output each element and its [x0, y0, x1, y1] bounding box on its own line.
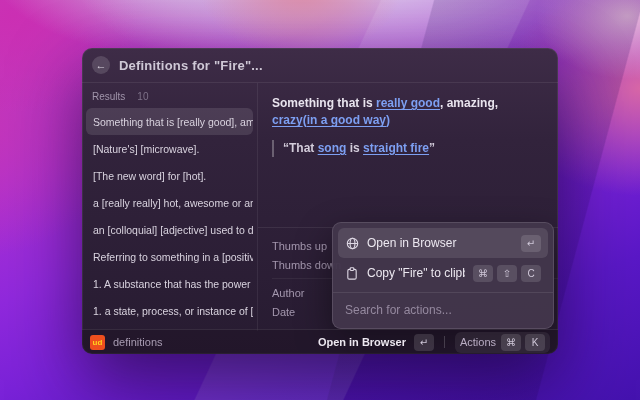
inline-text: , amazing,	[440, 96, 498, 110]
inline-text: Something that is	[272, 96, 376, 110]
primary-action-button[interactable]: Open in Browser	[318, 336, 406, 348]
definition-text: Something that is really good, amazing, …	[272, 95, 544, 130]
result-list-item[interactable]: 1. a state, process, or instance of [co…	[86, 297, 253, 324]
back-button[interactable]: ←	[92, 56, 110, 74]
result-list-item[interactable]: Something that is [really good], ama…	[86, 108, 253, 135]
clipboard-icon	[345, 266, 359, 280]
action-item-label: Copy "Fire" to clipboard	[367, 266, 465, 280]
key-badge: C	[521, 265, 541, 282]
inline-text: is	[346, 141, 363, 155]
example-quote: “That song is straight fire”	[272, 140, 544, 157]
inline-link[interactable]: crazy	[272, 113, 303, 127]
action-search-input[interactable]	[338, 297, 548, 323]
key-badge: ⇧	[497, 265, 517, 282]
inline-text: “That	[283, 141, 318, 155]
result-list-item[interactable]: [The new word] for [hot].	[86, 162, 253, 189]
result-list-item[interactable]: [Nature's] [microwave].	[86, 135, 253, 162]
action-item-keys: ↵	[521, 235, 541, 252]
action-panel: Open in Browser↵Copy "Fire" to clipboard…	[332, 222, 554, 329]
action-item[interactable]: Open in Browser↵	[338, 228, 548, 258]
result-list-item[interactable]: a [really really] hot, awesome or ama…	[86, 189, 253, 216]
footer-bar: ud definitions Open in Browser ↵ Actions…	[82, 329, 558, 354]
key-badge: ⌘	[501, 334, 521, 351]
inline-link[interactable]: in a good way	[307, 113, 386, 127]
results-panel: Results 10 Something that is [really goo…	[82, 83, 258, 331]
command-label: definitions	[113, 336, 310, 348]
action-item-keys: ⌘⇧C	[473, 265, 541, 282]
results-label: Results	[92, 91, 125, 102]
action-items: Open in Browser↵Copy "Fire" to clipboard…	[338, 228, 548, 288]
result-list-item[interactable]: an [colloquial] [adjective] used to de…	[86, 216, 253, 243]
key-badge: ⌘	[473, 265, 493, 282]
inline-link[interactable]: song	[318, 141, 347, 155]
return-key-badge: ↵	[414, 334, 434, 351]
action-item-label: Open in Browser	[367, 236, 513, 250]
result-list-item[interactable]: 1. A substance that has the power t…	[86, 270, 253, 297]
key-badge: ↵	[521, 235, 541, 252]
results-header: Results 10	[86, 89, 253, 108]
actions-label: Actions	[460, 336, 496, 348]
urban-dictionary-icon: ud	[90, 335, 105, 350]
footer-divider	[444, 336, 445, 348]
action-panel-divider	[333, 292, 553, 293]
inline-link[interactable]: straight fire	[363, 141, 429, 155]
inline-text: ”	[429, 141, 435, 155]
actions-button[interactable]: Actions ⌘K	[455, 332, 550, 353]
key-badge: K	[525, 334, 545, 351]
actions-key-badges: ⌘K	[501, 334, 545, 351]
globe-icon	[345, 236, 359, 250]
results-count: 10	[137, 91, 148, 102]
result-list-item[interactable]: Referring to something in a [positive…	[86, 243, 253, 270]
page-title: Definitions for "Fire"...	[119, 58, 263, 73]
window-header: ← Definitions for "Fire"...	[82, 48, 558, 83]
inline-link[interactable]: really good	[376, 96, 440, 110]
action-item[interactable]: Copy "Fire" to clipboard⌘⇧C	[338, 258, 548, 288]
results-list: Something that is [really good], ama…[Na…	[86, 108, 253, 331]
raycast-window: ← Definitions for "Fire"... Results 10 S…	[82, 48, 558, 354]
inline-text: )	[386, 113, 390, 127]
